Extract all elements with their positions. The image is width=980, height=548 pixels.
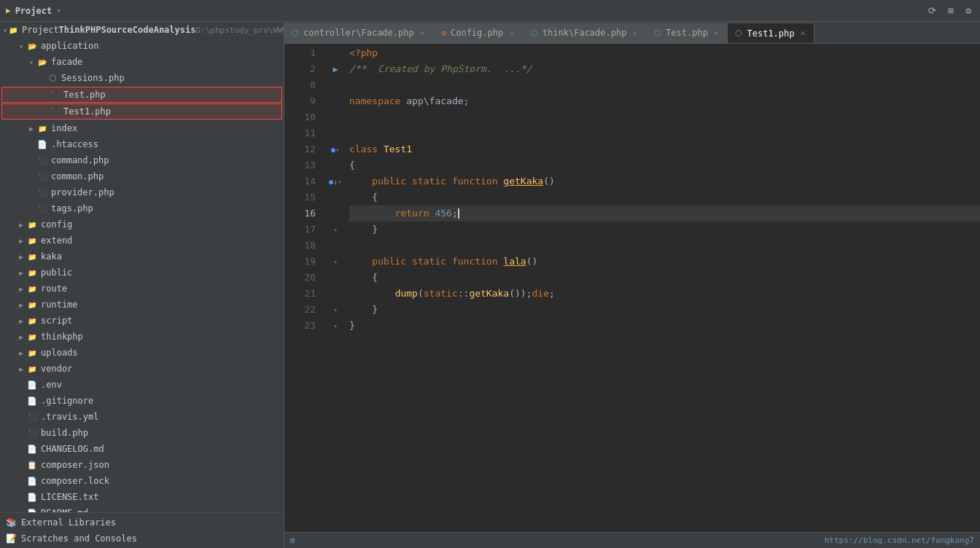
code-parens-19: () [526,254,538,270]
editor-area: ⬡ controller\Facade.php ✕ ⚙ Config.php ✕… [284,22,980,548]
line-num-16: 16 [284,206,319,222]
line-num-9: 9 [284,93,319,109]
title-bar-left: ▶ Project ▾ [6,6,61,16]
tab-test[interactable]: ⬡ Test.php ✕ [647,23,728,43]
fold-icon-2[interactable]: ▶ [332,64,338,74]
application-arrow: ▾ [16,42,26,50]
code-static-14: static [412,173,452,189]
fold-icon-17[interactable]: ▾ [333,226,338,234]
tree-changelog[interactable]: ▶ 📄 CHANGELOG.md [0,441,284,457]
tree-index[interactable]: ▶ 📁 index [0,120,284,136]
htaccess-arrow: ▶ [26,141,36,149]
fold-icon-14[interactable]: ▾ [338,178,342,186]
travis-icon: ⬛ [26,411,38,423]
env-icon: 📄 [26,379,38,391]
tree-facade[interactable]: ▾ 📂 facade [0,54,284,70]
gutter-20 [324,270,346,286]
project-icon: ▶ [6,6,11,15]
tree-readme[interactable]: ▶ 📄 README.md [0,505,284,512]
tab-think-facade[interactable]: ⬡ think\Facade.php ✕ [524,23,647,43]
tree-composerlock[interactable]: ▶ 📄 composer.lock [0,473,284,489]
tab-test1-label: Test1.php [747,28,794,39]
tree-common[interactable]: ▶ ⬛ common.php [0,168,284,184]
title-actions: ⟳ ⊞ ⚙ [925,4,974,17]
tree-thinkphp[interactable]: ▶ 📁 thinkphp [0,329,284,345]
code-semi-16: ; [452,206,458,222]
tree-sessions[interactable]: ▶ ⬡ Sessions.php [0,70,284,86]
sidebar-tree: ▾ 📁 Project ThinkPHPSourceCodeAnalysis D… [0,22,284,512]
provider-icon: ⬛ [36,187,48,198]
code-dcolon-21: :: [458,286,470,302]
tab-config-close[interactable]: ✕ [508,28,516,38]
gutter-19[interactable]: ▾ [324,254,346,270]
tree-provider[interactable]: ▶ ⬛ provider.php [0,184,284,200]
tab-controller-facade[interactable]: ⬡ controller\Facade.php ✕ [284,23,434,43]
tree-script[interactable]: ▶ 📁 script [0,313,284,329]
gutter-14[interactable]: ● ↓ ▾ [324,173,346,189]
route-label: route [41,283,67,294]
gutter-2[interactable]: ▶ [324,61,346,77]
route-icon: 📁 [26,283,38,294]
tab-think-facade-close[interactable]: ✕ [631,28,639,38]
tree-test1[interactable]: ▶ ⬛ Test1.php [1,103,282,120]
tree-runtime[interactable]: ▶ 📁 runtime [0,297,284,313]
runtime-label: runtime [41,300,78,310]
code-indent-14 [349,173,372,189]
tree-license[interactable]: ▶ 📄 LICENSE.txt [0,489,284,505]
gutter-15 [324,189,346,206]
tree-build[interactable]: ▶ ⬛ build.php [0,425,284,441]
tree-env[interactable]: ▶ 📄 .env [0,377,284,393]
tab-config[interactable]: ⚙ Config.php ✕ [434,23,524,43]
code-area[interactable]: <?php /** Created by PhpStorm. ...*/ nam… [346,44,980,532]
tree-config[interactable]: ▶ 📁 config [0,216,284,232]
tab-test-label: Test.php [666,28,708,38]
gutter-12[interactable]: ● ▾ [324,141,346,157]
tree-vendor[interactable]: ▶ 📁 vendor [0,361,284,377]
code-line-9: namespace app\facade; [349,93,980,109]
external-libraries-item[interactable]: 📚 External Libraries [0,514,284,531]
gutter-17[interactable]: ▾ [324,222,346,238]
scratches-item[interactable]: 📝 Scratches and Consoles [0,531,284,547]
tab-test1-close[interactable]: ✕ [799,28,807,38]
tree-application[interactable]: ▾ 📂 application [0,38,284,54]
code-semi-21: ; [549,286,555,302]
common-icon: ⬛ [36,171,48,182]
sync-button[interactable]: ⟳ [925,4,939,17]
tree-tags[interactable]: ▶ ⬛ tags.php [0,200,284,216]
line-num-8: 8 [284,77,319,93]
layout-button[interactable]: ⊞ [945,4,957,17]
tree-travis[interactable]: ▶ ⬛ .travis.yml [0,409,284,425]
code-line-21: dump(static::getKaka());die; [349,286,980,302]
gutter-23[interactable]: ▾ [324,318,346,334]
tree-extend[interactable]: ▶ 📁 extend [0,232,284,248]
status-bar: ⊞ https://blog.csdn.net/fangkang7 [284,532,980,548]
tree-command[interactable]: ▶ ⬛ command.php [0,152,284,168]
fold-icon-23[interactable]: ▾ [333,322,338,330]
tree-root[interactable]: ▾ 📁 Project ThinkPHPSourceCodeAnalysis D… [0,22,284,38]
tree-composerjson[interactable]: ▶ 📋 composer.json [0,457,284,473]
tree-public[interactable]: ▶ 📁 public [0,265,284,281]
tab-test-close[interactable]: ✕ [712,28,720,38]
fold-icon-12[interactable]: ▾ [335,146,340,154]
fold-icon-19[interactable]: ▾ [333,258,338,266]
line-num-20: 20 [284,270,319,286]
code-line-2: /** Created by PhpStorm. ...*/ [349,61,980,77]
code-open-paren-21: ( [418,286,424,302]
project-dropdown-icon[interactable]: ▾ [56,6,61,15]
tree-uploads[interactable]: ▶ 📁 uploads [0,345,284,361]
tree-route[interactable]: ▶ 📁 route [0,281,284,297]
tree-gitignore[interactable]: ▶ 📄 .gitignore [0,393,284,409]
tab-test1[interactable]: ⬡ Test1.php ✕ [728,23,814,43]
gutter-22[interactable]: ▾ [324,302,346,318]
external-lib-icon: 📚 [6,517,17,528]
fold-icon-22[interactable]: ▾ [333,306,338,314]
tree-test[interactable]: ▶ ⬛ Test.php [1,87,282,103]
code-open-brace-15: { [349,189,378,206]
tab-controller-facade-close[interactable]: ✕ [419,28,427,38]
tree-htaccess[interactable]: ▶ 📄 .htaccess [0,136,284,152]
tree-kaka[interactable]: ▶ 📁 kaka [0,248,284,265]
gutter-21 [324,286,346,302]
composerjson-icon: 📋 [26,459,38,471]
line-num-11: 11 [284,125,319,141]
settings-button[interactable]: ⚙ [962,4,974,17]
